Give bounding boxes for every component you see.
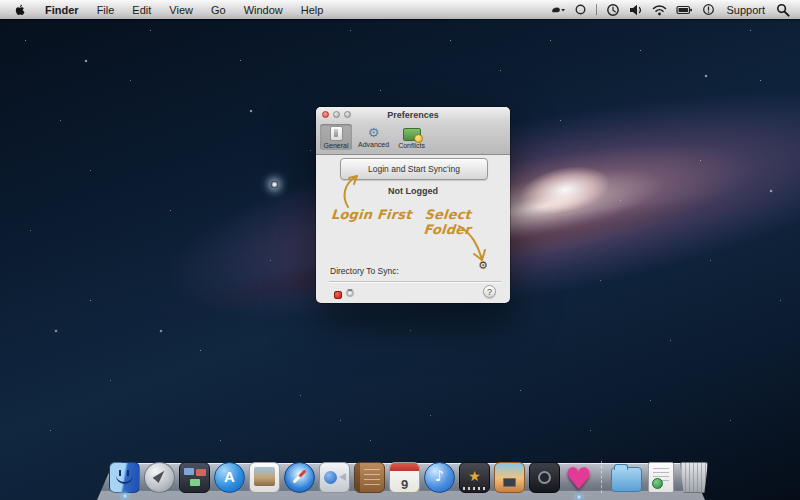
minimize-button[interactable]: [333, 111, 340, 118]
dock: A 9 ♪ ★ ♥: [109, 461, 708, 493]
bright-star: [271, 181, 278, 188]
dock-contacts-icon[interactable]: [354, 462, 385, 493]
menu-edit[interactable]: Edit: [123, 4, 160, 16]
app-menu-extra-icon[interactable]: [550, 4, 565, 16]
content-divider: [329, 281, 501, 282]
apple-icon: [14, 3, 26, 17]
dock-safari-icon[interactable]: [284, 462, 315, 493]
time-machine-icon[interactable]: [606, 3, 620, 17]
apple-menu[interactable]: [6, 3, 36, 17]
dock-trash-icon[interactable]: [680, 462, 708, 493]
select-folder-gear-icon[interactable]: ⚙: [478, 260, 488, 272]
calendar-day-number: 9: [390, 477, 419, 492]
dock-divider: [601, 461, 603, 493]
annotation-select-folder: Select Folder: [423, 207, 511, 237]
menu-bar-status-area: Support: [550, 3, 794, 17]
support-menu[interactable]: Support: [724, 4, 767, 16]
dock-launchpad-icon[interactable]: [144, 462, 175, 493]
tab-general-label: General: [324, 142, 349, 149]
traffic-lights: [322, 111, 351, 118]
finder-running-indicator: [122, 494, 128, 498]
dock-itunes-icon[interactable]: ♪: [424, 462, 455, 493]
wifi-icon[interactable]: [652, 4, 667, 16]
menu-help[interactable]: Help: [292, 4, 333, 16]
tab-advanced[interactable]: ⚙ Advanced: [355, 124, 392, 149]
dock-preview-icon[interactable]: [249, 462, 280, 493]
menu-window[interactable]: Window: [235, 4, 292, 16]
sync-app-running-indicator: [576, 495, 582, 499]
imovie-star-glyph: ★: [460, 463, 489, 489]
conflicts-badge-icon: [403, 128, 421, 141]
annotation-login-first: Login First: [330, 207, 412, 222]
dock-sync-app-icon[interactable]: ♥: [564, 464, 593, 493]
notification-circle-icon[interactable]: [702, 3, 715, 16]
spotlight-icon[interactable]: [776, 3, 790, 17]
close-button[interactable]: [322, 111, 329, 118]
preferences-toolbar: General ⚙ Advanced Conflicts: [316, 122, 510, 155]
dock-mission-control-icon[interactable]: [179, 462, 210, 493]
preferences-content: Login and Start Sync'ing Not Logged Logi…: [316, 155, 510, 306]
menu-go[interactable]: Go: [202, 4, 235, 16]
tab-general[interactable]: General: [320, 124, 352, 150]
title-bar[interactable]: Preferences: [316, 107, 510, 122]
dock-iphoto-icon[interactable]: [494, 462, 525, 493]
general-switch-icon: [330, 126, 343, 141]
dock-documents-folder-icon[interactable]: [611, 467, 642, 492]
dock-photo-booth-icon[interactable]: [529, 462, 560, 493]
help-button[interactable]: ?: [483, 285, 496, 298]
menu-view[interactable]: View: [160, 4, 202, 16]
tab-conflicts-label: Conflicts: [398, 142, 425, 149]
directory-to-sync-label: Directory To Sync:: [330, 266, 399, 276]
music-note-glyph: ♪: [425, 463, 454, 490]
dock-downloads-stack-icon[interactable]: [648, 462, 674, 493]
sync-spinner-icon[interactable]: [346, 289, 354, 297]
tab-conflicts[interactable]: Conflicts: [395, 124, 428, 150]
dock-app-store-icon[interactable]: A: [214, 462, 245, 493]
menu-separator: [596, 4, 597, 15]
battery-icon[interactable]: [676, 4, 693, 16]
sync-ring-icon[interactable]: [574, 3, 587, 16]
app-store-a-glyph: A: [215, 463, 244, 491]
dock-calendar-icon[interactable]: 9: [389, 462, 420, 493]
dock-imovie-icon[interactable]: ★: [459, 462, 490, 493]
red-status-icon[interactable]: [334, 291, 342, 299]
volume-icon[interactable]: [629, 4, 643, 16]
menu-file[interactable]: File: [88, 4, 124, 16]
dock-finder-icon[interactable]: [109, 462, 140, 493]
menu-bar: Finder File Edit View Go Window Help: [0, 0, 800, 19]
heart-icon: ♥: [564, 464, 593, 493]
desktop: Finder File Edit View Go Window Help: [0, 0, 800, 500]
zoom-button[interactable]: [344, 111, 351, 118]
login-arrow-annotation: [340, 171, 370, 209]
gear-icon: ⚙: [368, 126, 380, 140]
dock-facetime-icon[interactable]: [319, 462, 350, 493]
preferences-window: Preferences General ⚙ Advanced Conflicts…: [316, 107, 510, 303]
tab-advanced-label: Advanced: [358, 141, 389, 148]
menu-finder[interactable]: Finder: [36, 4, 88, 16]
